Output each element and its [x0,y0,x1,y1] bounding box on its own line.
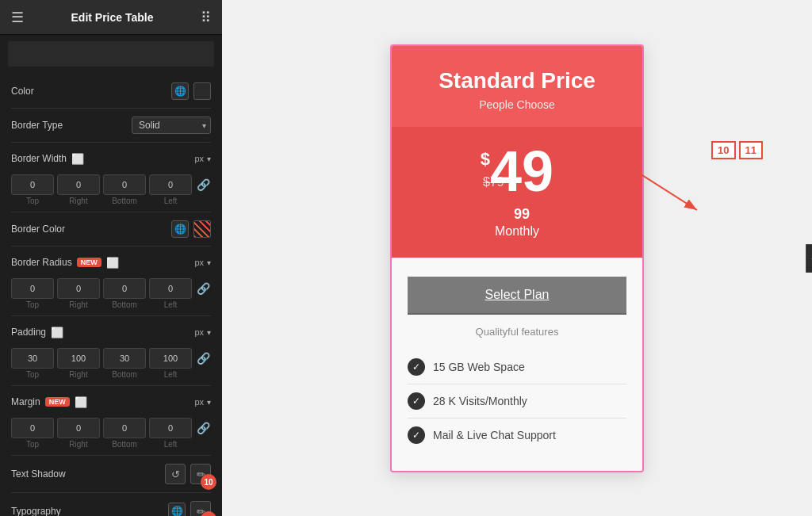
bw-top-input[interactable] [11,174,54,195]
monitor-icon-br: ⬜ [106,257,119,269]
bw-left-input[interactable] [149,174,192,195]
border-width-inputs: Top Right Bottom Left 🔗 [0,171,222,208]
color-swatch[interactable] [193,82,211,100]
monitor-icon-pad: ⬜ [51,327,63,338]
mg-top-input[interactable] [11,418,54,438]
brr-right-wrap: Right [57,278,100,309]
top-bar: ☰ Edit Price Table ⠿ [0,0,222,35]
bw-top-wrap: Top [11,174,54,205]
mg-left-input[interactable] [149,418,192,438]
brr-top-wrap: Top [11,278,54,309]
border-type-select[interactable]: Solid Dashed Dotted [132,117,211,134]
border-type-select-wrapper[interactable]: Solid Dashed Dotted [132,117,211,134]
br-px-arrow[interactable]: ▾ [207,258,211,267]
mg-left-label: Left [164,440,178,449]
pad-link-btn[interactable]: 🔗 [195,348,211,369]
bw-px-arrow[interactable]: ▾ [207,155,211,163]
brr-top-input[interactable] [11,278,54,299]
brr-top-label: Top [26,300,39,309]
mg-bottom-label: Bottom [112,440,137,449]
price-cents: 99 [514,206,530,223]
features-label: Qualityful features [408,326,626,338]
hamburger-icon[interactable]: ☰ [11,9,24,26]
pad-top-wrap: Top [11,348,54,379]
margin-px-wrap: px ▾ [194,397,211,407]
typography-label: Typography [11,506,168,516]
br-px-wrap: px ▾ [194,258,211,267]
pad-bottom-label: Bottom [112,370,137,379]
grid-icon[interactable]: ⠿ [201,9,211,26]
margin-title: Margin NEW ⬜ [11,396,194,408]
dollar-sign: $ [481,149,490,170]
feature-item-2: ✓ Mail & Live Chat Support [408,419,626,452]
pad-px-wrap: px ▾ [194,327,211,337]
text-shadow-label: Text Shadow [11,468,165,480]
border-type-row: Border Type Solid Dashed Dotted [0,112,222,139]
ts-reset-btn[interactable]: ↺ [165,464,186,484]
pad-right-wrap: Right [57,348,100,379]
bw-right-label: Right [69,197,87,205]
ts-edit-btn[interactable]: ✏ 10 [190,464,211,484]
annotation-wrap: 10 11 [711,141,763,159]
new-badge-margin: NEW [45,397,70,407]
brr-left-label: Left [164,300,178,309]
check-icon-1: ✓ [408,392,425,410]
mg-bottom-wrap: Bottom [103,418,146,449]
mg-right-wrap: Right [57,418,100,449]
mg-top-wrap: Top [11,418,54,449]
pad-left-label: Left [164,370,178,379]
pad-right-label: Right [69,370,87,379]
margin-px-label: px [194,397,204,407]
text-shadow-row: Text Shadow ↺ ✏ 10 [0,459,222,489]
border-color-controls: 🌐 [171,220,211,238]
border-color-row: Border Color 🌐 [0,216,222,243]
border-width-header: Border Width ⬜ px ▾ [0,146,222,171]
mg-right-input[interactable] [57,418,100,438]
border-color-swatch[interactable] [193,220,211,238]
padding-label: Padding [11,327,46,338]
bc-globe-btn[interactable]: 🌐 [171,220,189,238]
old-price: $79 [483,175,504,189]
badge-11: 11 [201,511,216,516]
bw-right-input[interactable] [57,174,100,195]
typography-row: Typography 🌐 ✏ 11 [0,496,222,516]
pad-top-input[interactable] [11,348,54,369]
brr-bottom-input[interactable] [103,278,146,299]
margin-px-arrow[interactable]: ▾ [207,398,211,407]
typo-globe-btn[interactable]: 🌐 [168,503,186,516]
mg-bottom-input[interactable] [103,418,146,438]
text-shadow-controls: ↺ ✏ 10 [165,464,211,484]
bw-link-btn[interactable]: 🔗 [195,174,211,195]
mg-link-btn[interactable]: 🔗 [195,418,211,438]
card-title: Standard Price [408,68,626,94]
badge-10: 10 [201,474,216,490]
color-row: Color 🌐 [0,78,222,105]
typo-edit-btn[interactable]: ✏ 11 [190,501,211,516]
pricing-container: $79 $ 49 99 [408,143,626,223]
pad-px-arrow[interactable]: ▾ [207,328,211,337]
card-header: Standard Price People Choose [392,46,642,127]
annotation-box-11: 11 [739,141,763,159]
bw-left-wrap: Left [149,174,192,205]
color-globe-btn[interactable]: 🌐 [171,82,189,100]
brr-link-btn[interactable]: 🔗 [195,278,211,299]
feature-item-0: ✓ 15 GB Web Space [408,350,626,384]
margin-label: Margin [11,396,40,407]
bw-px-wrap: px ▾ [194,154,211,163]
pad-px-label: px [194,327,204,337]
border-type-label: Border Type [11,120,132,131]
brr-right-input[interactable] [57,278,100,299]
border-radius-inputs: Top Right Bottom Left 🔗 [0,275,222,312]
margin-header: Margin NEW ⬜ px ▾ [0,389,222,415]
select-plan-button[interactable]: Select Plan [408,277,626,315]
pad-bottom-input[interactable] [103,348,146,369]
monitor-icon-bw: ⬜ [71,153,84,165]
border-color-label: Border Color [11,224,171,235]
brr-left-input[interactable] [149,278,192,299]
bw-bottom-input[interactable] [103,174,146,195]
card-pricing: $79 $ 49 99 Monthly [392,127,642,258]
pad-left-input[interactable] [149,348,192,369]
search-bar[interactable] [8,41,214,67]
pad-right-input[interactable] [57,348,100,369]
padding-header: Padding ⬜ px ▾ [0,319,222,345]
